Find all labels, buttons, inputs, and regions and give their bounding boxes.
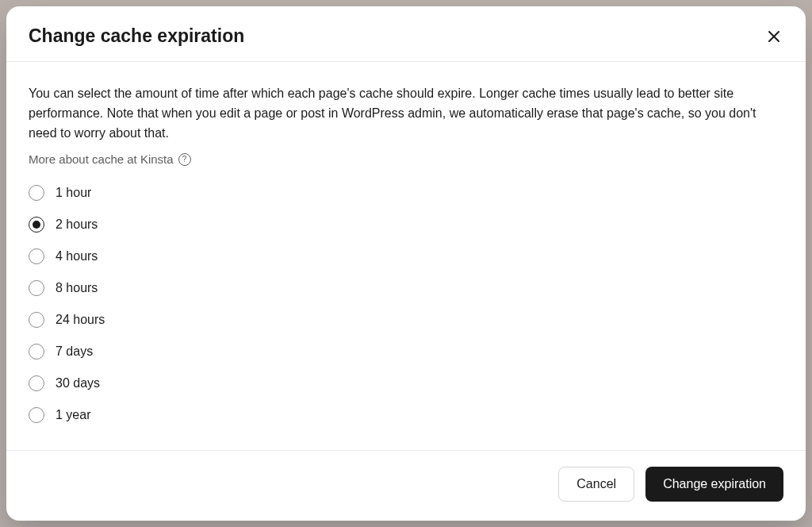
radio-option[interactable]: 7 days [29, 344, 783, 360]
modal-footer: Cancel Change expiration [6, 450, 806, 521]
modal-backdrop: Change cache expiration You can select t… [0, 0, 812, 527]
radio-option[interactable]: 24 hours [29, 312, 783, 328]
help-link-text: More about cache at Kinsta [29, 152, 174, 166]
radio-option[interactable]: 2 hours [29, 217, 783, 233]
radio-option[interactable]: 8 hours [29, 280, 783, 296]
radio-label: 4 hours [56, 249, 98, 264]
help-icon: ? [178, 153, 191, 166]
expiration-options: 1 hour2 hours4 hours8 hours24 hours7 day… [29, 185, 783, 423]
help-link[interactable]: More about cache at Kinsta ? [29, 152, 191, 166]
radio-icon [29, 185, 44, 201]
change-expiration-button[interactable]: Change expiration [645, 467, 783, 502]
radio-option[interactable]: 30 days [29, 375, 783, 391]
radio-label: 30 days [56, 376, 100, 390]
cancel-button[interactable]: Cancel [558, 467, 634, 502]
cache-expiration-modal: Change cache expiration You can select t… [6, 6, 806, 521]
radio-dot-icon [33, 221, 40, 229]
radio-icon [29, 217, 44, 233]
radio-label: 8 hours [56, 281, 98, 295]
radio-icon [29, 312, 44, 328]
close-icon [768, 30, 780, 43]
modal-description: You can select the amount of time after … [29, 84, 783, 143]
radio-icon [29, 375, 44, 391]
radio-option[interactable]: 4 hours [29, 248, 783, 264]
modal-body: You can select the amount of time after … [6, 62, 806, 450]
radio-label: 2 hours [56, 217, 98, 232]
radio-icon [29, 344, 44, 360]
close-button[interactable] [764, 27, 783, 46]
radio-label: 24 hours [56, 313, 105, 327]
radio-label: 7 days [56, 344, 93, 359]
radio-label: 1 year [56, 408, 90, 422]
modal-title: Change cache expiration [29, 25, 244, 47]
modal-header: Change cache expiration [6, 6, 806, 62]
radio-icon [29, 248, 44, 264]
radio-icon [29, 280, 44, 296]
radio-option[interactable]: 1 hour [29, 185, 783, 201]
radio-label: 1 hour [56, 186, 91, 200]
radio-icon [29, 407, 44, 423]
radio-option[interactable]: 1 year [29, 407, 783, 423]
